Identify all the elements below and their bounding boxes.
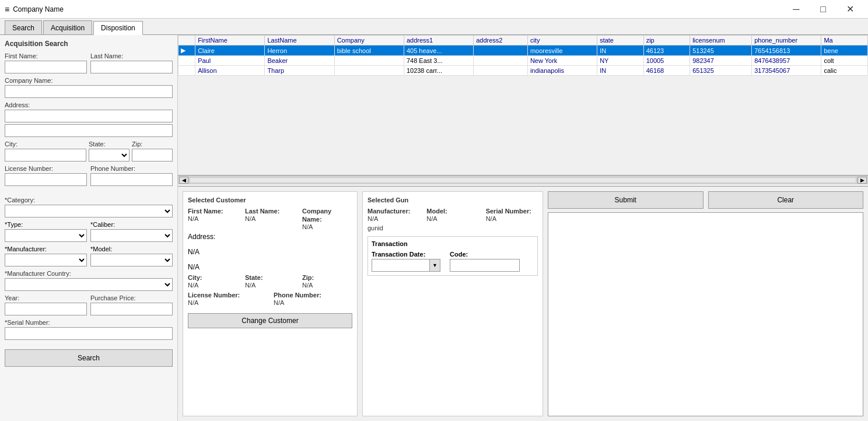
city-input[interactable]	[5, 149, 86, 162]
year-label: Year:	[5, 294, 87, 301]
cell-zip: 46123	[643, 45, 690, 56]
sc-zip-label: Zip:	[302, 274, 314, 281]
manufacturer-label: *Manufacturer:	[5, 245, 87, 252]
data-table: FirstName LastName Company address1 addr…	[178, 35, 868, 76]
sc-city-val: N/A	[188, 282, 238, 289]
sc-license-label: License Number:	[188, 292, 240, 299]
selected-customer-panel: Selected Customer First Name: N/A Last N…	[183, 191, 358, 416]
transaction-code-label: Code:	[450, 251, 520, 258]
sc-state-label: State:	[245, 274, 263, 281]
cell-address2	[474, 45, 528, 56]
state-label: State:	[89, 141, 130, 148]
transaction-code-input[interactable]	[450, 259, 520, 272]
cell-address1: 748 East 3...	[404, 56, 473, 66]
sg-model-label: Model:	[426, 208, 447, 215]
model-label: *Model:	[90, 245, 173, 252]
caliber-select[interactable]	[90, 229, 173, 242]
sc-first-name-label: First Name:	[188, 208, 223, 215]
purchase-price-label: Purchase Price:	[90, 294, 173, 301]
minimize-button[interactable]: ─	[783, 0, 810, 19]
col-arrow	[178, 36, 195, 45]
cell-licensenum: 513245	[690, 45, 752, 56]
tab-search[interactable]: Search	[5, 20, 42, 34]
table-row[interactable]: PaulBeaker748 East 3...New YorkNY1000598…	[178, 56, 868, 66]
sc-phone-val: N/A	[274, 299, 352, 306]
search-button[interactable]: Search	[5, 349, 173, 367]
cell-address2	[474, 66, 528, 76]
cell-zip: 46168	[643, 66, 690, 76]
tab-disposition[interactable]: Disposition	[93, 21, 143, 35]
table-scroll-area[interactable]: FirstName LastName Company address1 addr…	[178, 35, 868, 175]
table-row[interactable]: ▶ClaireHerronbible school405 heave...moo…	[178, 45, 868, 56]
sc-phone-label: Phone Number:	[274, 292, 321, 299]
cell-state: NY	[597, 56, 644, 66]
cell-phone_number: 3173545067	[752, 66, 821, 76]
manufacturer-country-label: *Manufacturer Country:	[5, 270, 173, 277]
transaction-title: Transaction	[372, 240, 534, 247]
manufacturer-select[interactable]	[5, 254, 87, 266]
caliber-label: *Caliber:	[90, 221, 173, 228]
transaction-date-input[interactable]: 2015-09-03	[372, 259, 430, 272]
cell-zip: 10005	[643, 56, 690, 66]
notes-textarea[interactable]	[548, 212, 863, 416]
cell-licensenum: 651325	[690, 66, 752, 76]
cell-firstname: Claire	[195, 45, 265, 56]
type-label: *Type:	[5, 221, 87, 228]
cell-address1: 405 heave...	[404, 45, 473, 56]
cell-ma: calic	[821, 66, 868, 76]
year-input[interactable]	[5, 303, 87, 315]
horizontal-scrollbar[interactable]: ◀ ▶	[178, 175, 868, 184]
col-ma: Ma	[821, 36, 868, 45]
selected-customer-title: Selected Customer	[188, 197, 352, 204]
clear-button[interactable]: Clear	[708, 191, 864, 209]
table-row[interactable]: AllisonTharp10238 carr...indianapolisIN4…	[178, 66, 868, 76]
category-select[interactable]	[5, 205, 173, 217]
cell-licensenum: 982347	[690, 56, 752, 66]
close-button[interactable]: ✕	[836, 0, 863, 19]
tabs-bar: Search Acquisition Disposition	[0, 19, 868, 35]
panel-title: Acquisition Search	[5, 40, 173, 48]
phone-number-input[interactable]	[90, 173, 173, 186]
sc-last-name-val: N/A	[245, 215, 295, 222]
serial-number-input[interactable]	[5, 327, 173, 340]
cell-state: IN	[597, 45, 644, 56]
date-picker-button[interactable]: ▼	[430, 259, 440, 272]
submit-button[interactable]: Submit	[548, 191, 704, 209]
address-input-2[interactable]	[5, 124, 173, 137]
sc-license-val: N/A	[188, 299, 267, 306]
col-address2: address2	[474, 36, 528, 45]
city-label: City:	[5, 141, 86, 148]
last-name-input[interactable]	[90, 61, 173, 73]
tab-acquisition[interactable]: Acquisition	[43, 20, 92, 34]
company-name-input[interactable]	[5, 85, 173, 98]
change-customer-button[interactable]: Change Customer	[188, 313, 352, 328]
first-name-input[interactable]	[5, 61, 87, 73]
type-select[interactable]	[5, 229, 87, 242]
cell-firstname: Paul	[195, 56, 265, 66]
cell-company	[334, 56, 404, 66]
maximize-button[interactable]: □	[810, 0, 836, 19]
state-select[interactable]	[89, 149, 130, 162]
license-number-input[interactable]	[5, 173, 87, 186]
cell-firstname: Allison	[195, 66, 265, 76]
sc-zip-val: N/A	[302, 282, 352, 289]
zip-input[interactable]	[132, 149, 173, 162]
scroll-right-btn[interactable]: ▶	[858, 177, 867, 184]
cell-arrow	[178, 66, 195, 76]
model-select[interactable]	[90, 254, 173, 266]
scrollbar-track	[190, 177, 856, 183]
sc-last-name-label: Last Name:	[245, 208, 279, 215]
cell-lastname: Tharp	[265, 66, 334, 76]
col-zip: zip	[643, 36, 690, 45]
bottom-section: Selected Customer First Name: N/A Last N…	[178, 187, 868, 421]
purchase-price-input[interactable]	[90, 303, 173, 315]
scroll-left-btn[interactable]: ◀	[179, 177, 188, 184]
address-input-1[interactable]	[5, 110, 173, 122]
window-title: Company Name	[13, 5, 64, 13]
manufacturer-country-select[interactable]	[5, 278, 173, 291]
zip-label: Zip:	[132, 141, 173, 148]
col-phone: phone_number	[752, 36, 821, 45]
serial-number-label: *Serial Number:	[5, 319, 173, 326]
cell-lastname: Herron	[265, 45, 334, 56]
sg-serial-val: N/A	[486, 215, 538, 222]
